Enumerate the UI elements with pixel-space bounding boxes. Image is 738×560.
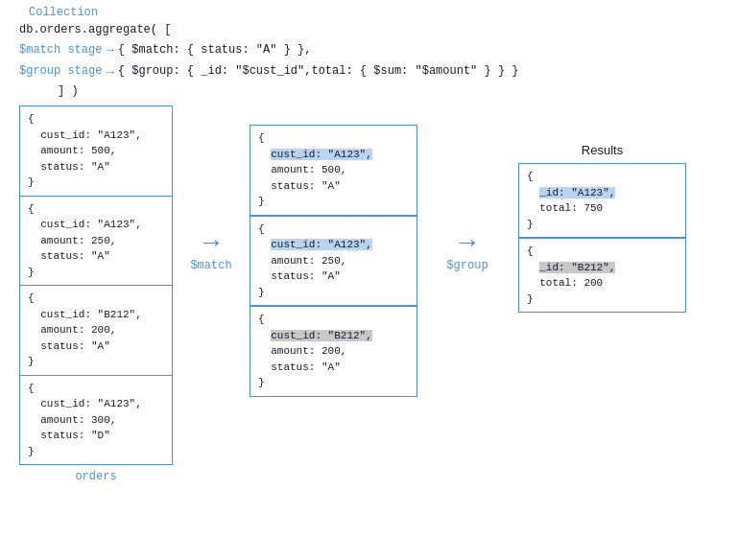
match-label: $match bbox=[190, 259, 231, 272]
diagram: { cust_id: "A123", amount: 500, status: … bbox=[10, 105, 728, 541]
match-doc-3-cust-id: cust_id: "B212", bbox=[271, 330, 372, 341]
match-arrow-icon: → bbox=[106, 39, 113, 60]
result-doc-1-id: _id: "A123", bbox=[539, 187, 615, 198]
match-doc-1-cust-id: cust_id: "A123", bbox=[271, 149, 372, 160]
collection-label: Collection bbox=[29, 6, 519, 19]
right-arrow-icon-1: → bbox=[203, 230, 220, 257]
results-box: Results { _id: "A123", total: 750 } { _i… bbox=[518, 163, 686, 313]
code-header: Collection db.orders.aggregate( [ $match… bbox=[19, 6, 519, 101]
group-stage-code: { $group: { _id: "$cust_id",total: { $su… bbox=[118, 62, 519, 81]
right-arrow-icon-2: → bbox=[460, 230, 476, 257]
result-doc-2: { _id: "B212", total: 200 } bbox=[519, 239, 685, 312]
match-stage-code: { $match: { status: "A" } }, bbox=[118, 41, 312, 59]
match-doc-3: { cust_id: "B212", amount: 200, status: … bbox=[250, 307, 417, 396]
group-stage-row: $group stage → { $group: { _id: "$cust_i… bbox=[19, 61, 519, 82]
result-doc-1: { _id: "A123", total: 750 } bbox=[519, 164, 685, 238]
result-doc-2-id: _id: "B212", bbox=[539, 262, 615, 273]
group-stage-label: $group stage bbox=[19, 62, 102, 81]
code-line-end: ] ) bbox=[58, 82, 519, 101]
match-to-results-arrow: → $group bbox=[424, 230, 511, 272]
match-doc-2-cust-id: cust_id: "A123", bbox=[271, 239, 372, 250]
orders-to-match-arrow: → $match bbox=[178, 230, 245, 272]
code-line-1: db.orders.aggregate( [ bbox=[19, 21, 519, 39]
doc-4: { cust_id: "A123", amount: 300, status: … bbox=[20, 376, 172, 465]
match-stage-row: $match stage → { $match: { status: "A" }… bbox=[19, 39, 519, 60]
orders-label: orders bbox=[20, 470, 172, 483]
match-box: { cust_id: "A123", amount: 500, status: … bbox=[250, 125, 417, 397]
results-label: Results bbox=[519, 143, 685, 157]
code-block: db.orders.aggregate( [ $match stage → { … bbox=[19, 21, 519, 101]
group-label: $group bbox=[446, 259, 488, 272]
orders-box: { cust_id: "A123", amount: 500, status: … bbox=[19, 105, 173, 465]
match-doc-1: { cust_id: "A123", amount: 500, status: … bbox=[250, 126, 417, 216]
match-stage-label: $match stage bbox=[19, 41, 102, 59]
doc-1: { cust_id: "A123", amount: 500, status: … bbox=[20, 106, 172, 197]
doc-3: { cust_id: "B212", amount: 200, status: … bbox=[20, 286, 172, 376]
match-doc-2: { cust_id: "A123", amount: 250, status: … bbox=[250, 217, 417, 307]
doc-2: { cust_id: "A123", amount: 250, status: … bbox=[20, 197, 172, 287]
group-arrow-icon: → bbox=[106, 61, 113, 82]
